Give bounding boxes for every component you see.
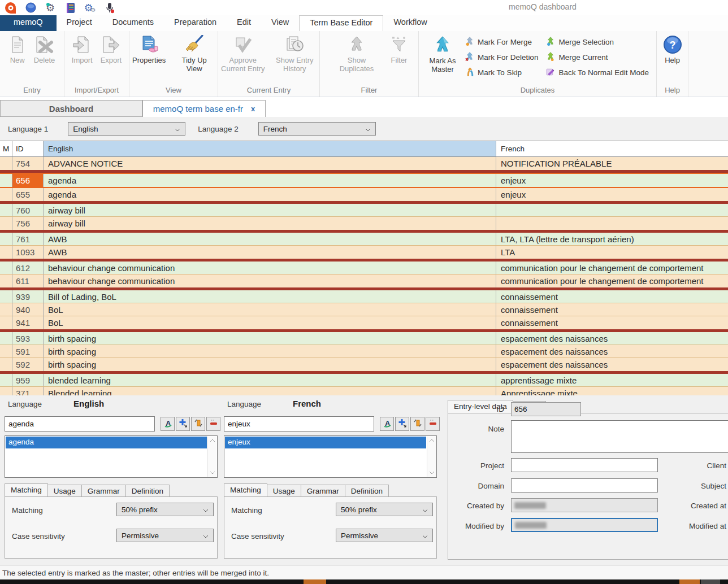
tidy-up-view-button[interactable]: Tidy Up View — [171, 33, 218, 86]
merge-selection-button[interactable]: Merge Selection — [546, 34, 651, 50]
menu-tab-view[interactable]: View — [261, 15, 299, 31]
table-row[interactable]: 940BoLconnaissement — [0, 303, 728, 316]
row-master-cell — [0, 233, 12, 245]
listbox-scrollbar[interactable] — [427, 437, 436, 477]
menu-tab-edit[interactable]: Edit — [227, 15, 261, 31]
options-gears-icon[interactable]: ⚙⚙ — [84, 2, 96, 14]
matching-select[interactable]: 50% prefix — [336, 503, 433, 516]
mark-for-merge-button[interactable]: Mark For Merge — [465, 34, 541, 50]
term-list-item-selected[interactable]: enjeux — [225, 437, 426, 448]
row-french-term: connaissement — [496, 290, 728, 303]
table-row[interactable]: 612behaviour change communicationcommuni… — [0, 262, 728, 274]
note-textarea[interactable] — [511, 420, 728, 453]
tab-usage[interactable]: Usage — [267, 485, 301, 497]
tab-usage[interactable]: Usage — [48, 485, 82, 497]
remove-term-button[interactable] — [426, 417, 440, 431]
table-row[interactable]: 754ADVANCE NOTICENOTIFICATION PRÉALABLE — [0, 157, 728, 170]
domain-input[interactable] — [511, 478, 658, 493]
column-header-id[interactable]: ID — [12, 141, 44, 156]
table-row[interactable]: 591birth spacingespacement des naissance… — [0, 345, 728, 358]
memoq-logo-icon[interactable] — [5, 2, 17, 14]
case-sensitivity-select[interactable]: Permissive — [336, 529, 433, 542]
menu-tab-project[interactable]: Project — [57, 15, 102, 31]
table-row[interactable]: 655agendaenjeux — [0, 188, 728, 201]
settings-gear-icon[interactable]: ⚙ — [44, 2, 57, 14]
chevron-down-icon — [422, 505, 428, 514]
mark-to-skip-button[interactable]: Mark To Skip — [465, 65, 541, 80]
resources-notebook-icon[interactable] — [64, 2, 76, 14]
chevron-down-icon — [175, 125, 180, 133]
term-input[interactable] — [224, 416, 374, 432]
approve-current-entry-button[interactable]: Approve Current Entry — [218, 33, 268, 86]
menu-tab-documents[interactable]: Documents — [102, 15, 164, 31]
column-header-french[interactable]: French — [496, 141, 728, 156]
table-row[interactable]: 592birth spacingespacement des naissance… — [0, 358, 728, 371]
language1-select[interactable]: English — [68, 122, 185, 136]
table-row[interactable]: 656agendaenjeux — [0, 173, 728, 188]
reorder-term-button[interactable] — [191, 417, 205, 431]
table-row[interactable]: 760airway bill — [0, 204, 728, 217]
modified-by-field[interactable] — [511, 518, 658, 532]
table-row[interactable]: 1093AWBLTA — [0, 246, 728, 259]
tab-definition[interactable]: Definition — [345, 485, 389, 497]
tab-grammar[interactable]: Grammar — [82, 485, 126, 497]
dictation-mic-icon[interactable] — [103, 2, 116, 14]
show-entry-history-button[interactable]: Show Entry History — [270, 33, 320, 86]
term-tabs: Matching Usage Grammar Definition — [224, 483, 389, 497]
modified-by-label: Modified by — [453, 522, 504, 530]
tab-matching[interactable]: Matching — [5, 483, 48, 497]
tab-dashboard[interactable]: Dashboard — [0, 100, 142, 117]
export-button[interactable]: Export — [98, 33, 125, 86]
help-globe-icon[interactable] — [24, 2, 37, 14]
properties-button[interactable]: Properties — [129, 33, 168, 86]
merge-current-button[interactable]: Merge Current — [546, 50, 651, 65]
mark-as-master-button[interactable]: Mark As Master — [424, 33, 461, 86]
term-format-button[interactable]: A — [161, 417, 175, 431]
menu-tab-term-base-editor[interactable]: Term Base Editor — [299, 15, 383, 31]
matching-select[interactable]: 50% prefix — [116, 503, 214, 516]
help-button[interactable]: ? Help — [660, 33, 685, 86]
tab-grammar[interactable]: Grammar — [301, 485, 345, 497]
term-list-item-selected[interactable]: agenda — [6, 437, 207, 448]
menu-tab-memoq[interactable]: memoQ — [0, 15, 57, 31]
table-row[interactable]: 941BoLconnaissement — [0, 316, 728, 329]
term-input[interactable] — [5, 416, 155, 432]
add-term-button[interactable] — [395, 417, 409, 431]
row-french-term: espacement des naissances — [496, 345, 728, 358]
table-row[interactable]: 959blended learningapprentissage mixte — [0, 374, 728, 387]
language2-select[interactable]: French — [258, 122, 376, 136]
column-header-english[interactable]: English — [44, 141, 496, 156]
remove-term-button[interactable] — [206, 417, 220, 431]
row-french-term: LTA — [496, 246, 728, 259]
filter-button[interactable]: Filter — [388, 33, 410, 86]
term-format-button[interactable]: A — [380, 417, 394, 431]
new-entry-button[interactable]: New — [6, 33, 29, 86]
tab-term-base[interactable]: memoQ term base en-fr x — [142, 100, 266, 117]
case-sensitivity-select[interactable]: Permissive — [116, 529, 214, 542]
mark-for-deletion-button[interactable]: Mark For Deletion — [465, 50, 541, 65]
project-input[interactable] — [511, 458, 658, 472]
term-listbox[interactable]: enjeux — [224, 435, 437, 478]
table-row[interactable]: 761AWBLTA, LTA (lettre de transport aéri… — [0, 233, 728, 246]
row-master-cell — [0, 316, 12, 329]
show-duplicates-button[interactable]: Show Duplicates — [328, 33, 385, 86]
menu-tab-workflow[interactable]: Workflow — [383, 15, 437, 31]
reorder-icon — [194, 419, 203, 430]
tab-matching[interactable]: Matching — [224, 483, 267, 497]
close-tab-icon[interactable]: x — [251, 104, 255, 113]
table-row[interactable]: 756airway bill — [0, 217, 728, 230]
import-button[interactable]: Import — [69, 33, 96, 86]
table-row[interactable]: 371Blended learningApprentissage mixte — [0, 387, 728, 395]
listbox-scrollbar[interactable] — [207, 437, 216, 477]
back-to-normal-edit-mode-button[interactable]: Back To Normal Edit Mode — [546, 65, 651, 80]
tab-definition[interactable]: Definition — [126, 485, 170, 497]
table-row[interactable]: 611behaviour change communicationcommuni… — [0, 274, 728, 287]
column-header-master[interactable]: M — [0, 141, 12, 156]
table-row[interactable]: 939Bill of Lading, BoLconnaissement — [0, 290, 728, 303]
term-listbox[interactable]: agenda — [5, 435, 218, 478]
table-row[interactable]: 593birth spacingespacement des naissance… — [0, 332, 728, 345]
menu-tab-preparation[interactable]: Preparation — [164, 15, 227, 31]
add-term-button[interactable] — [176, 417, 190, 431]
reorder-term-button[interactable] — [410, 417, 424, 431]
delete-entry-button[interactable]: Delete — [31, 33, 58, 86]
